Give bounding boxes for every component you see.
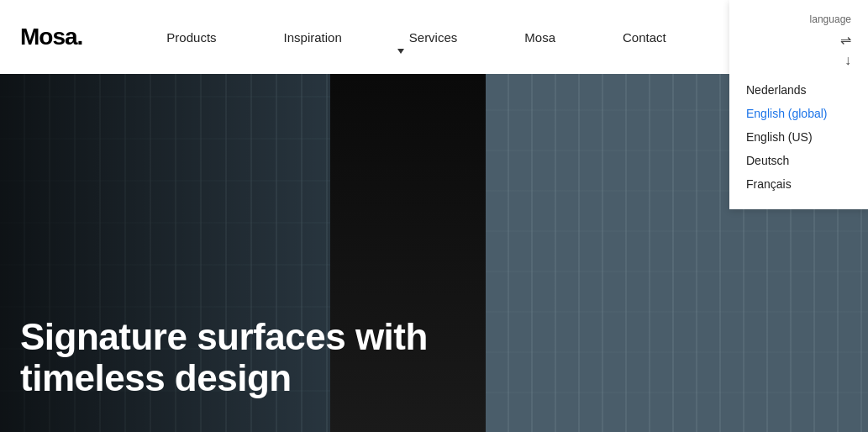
nav-item-products[interactable]: Products bbox=[133, 30, 250, 45]
site-logo[interactable]: Mosa. bbox=[20, 24, 82, 50]
nav-item-services[interactable]: Services bbox=[376, 30, 492, 45]
language-icons-row: ⇌ ↓ bbox=[729, 32, 868, 78]
lang-option-english-global[interactable]: English (global) bbox=[729, 102, 868, 125]
lang-option-francais[interactable]: Français bbox=[729, 172, 868, 196]
cursor-indicator bbox=[397, 49, 404, 54]
lang-option-nederlands[interactable]: Nederlands bbox=[729, 78, 868, 102]
compare-icon[interactable]: ⇌ bbox=[840, 32, 851, 48]
lang-option-deutsch[interactable]: Deutsch bbox=[729, 149, 868, 172]
lang-option-english-us[interactable]: English (US) bbox=[729, 125, 868, 149]
nav-item-inspiration[interactable]: Inspiration bbox=[250, 30, 376, 45]
language-dropdown: language ⇌ ↓ Nederlands English (global)… bbox=[729, 0, 868, 209]
language-dropdown-header: language bbox=[729, 13, 868, 32]
nav-item-mosa[interactable]: Mosa bbox=[491, 30, 589, 45]
arrow-down-icon[interactable]: ↓ bbox=[844, 53, 851, 68]
hero-headline: Signature surfaces with timeless design bbox=[20, 317, 474, 398]
nav-item-contact[interactable]: Contact bbox=[589, 30, 700, 45]
